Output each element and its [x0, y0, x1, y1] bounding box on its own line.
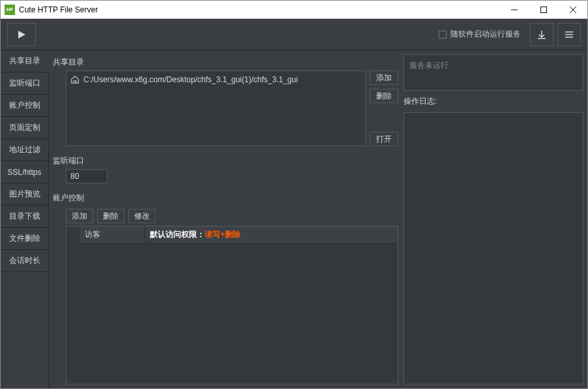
download-button[interactable] — [530, 23, 553, 46]
settings-pane: 共享目录 C:/Users/www.x6g.com/Desktop/chfs_3… — [53, 54, 398, 384]
sidebar-item-listen-port[interactable]: 监听端口 — [1, 72, 49, 95]
account-edit-button[interactable]: 修改 — [128, 209, 156, 223]
shared-dir-list[interactable]: C:/Users/www.x6g.com/Desktop/chfs_3.1_gu… — [66, 70, 366, 146]
menu-button[interactable] — [557, 23, 581, 46]
port-title: 监听端口 — [53, 155, 398, 166]
sidebar-item-dir-download[interactable]: 目录下载 — [1, 206, 49, 228]
shared-add-button[interactable]: 添加 — [370, 70, 398, 85]
right-pane: 服务未运行 操作日志: — [404, 54, 583, 384]
sidebar-item-file-delete[interactable]: 文件删除 — [1, 228, 49, 250]
minimize-button[interactable] — [499, 1, 529, 19]
perm-label: 默认访问权限： — [150, 230, 205, 239]
log-title: 操作日志: — [404, 96, 583, 107]
account-title: 账户控制 — [53, 193, 398, 204]
sidebar-item-addr-filter[interactable]: 地址过滤 — [1, 139, 49, 161]
account-section: 账户控制 添加 删除 修改 访客 默认访问权限：读写+删除 — [53, 190, 398, 384]
shared-del-button[interactable]: 删除 — [370, 89, 398, 103]
main: 共享目录 监听端口 账户控制 页面定制 地址过滤 SSL/https 图片预览 … — [1, 50, 587, 388]
status-box: 服务未运行 — [404, 54, 583, 91]
shared-section: 共享目录 C:/Users/www.x6g.com/Desktop/chfs_3… — [53, 54, 398, 146]
account-col-perm: 默认访问权限：读写+删除 — [145, 226, 398, 243]
status-text: 服务未运行 — [409, 61, 448, 70]
checkbox-icon — [439, 31, 447, 39]
sidebar-item-account[interactable]: 账户控制 — [1, 95, 49, 117]
shared-dir-item[interactable]: C:/Users/www.x6g.com/Desktop/chfs_3.1_gu… — [69, 74, 362, 86]
account-del-button[interactable]: 删除 — [97, 209, 125, 223]
startup-label: 随软件启动运行服务 — [450, 29, 521, 40]
account-add-button[interactable]: 添加 — [66, 209, 93, 223]
account-table-header: 访客 默认访问权限：读写+删除 — [80, 226, 398, 243]
shared-title: 共享目录 — [53, 57, 398, 68]
startup-checkbox[interactable]: 随软件启动运行服务 — [439, 29, 521, 40]
sidebar-item-image-preview[interactable]: 图片预览 — [1, 183, 49, 206]
maximize-button[interactable] — [529, 1, 558, 19]
shared-dir-path: C:/Users/www.x6g.com/Desktop/chfs_3.1_gu… — [83, 75, 298, 84]
account-col-guest: 访客 — [80, 226, 145, 243]
titlebar: HF Cute HTTP File Server — [1, 1, 587, 19]
sidebar-item-session[interactable]: 会话时长 — [1, 250, 49, 272]
app-icon: HF — [5, 5, 15, 15]
perm-value: 读写+删除 — [205, 230, 241, 239]
port-input[interactable] — [66, 169, 108, 183]
shared-open-button[interactable]: 打开 — [370, 132, 398, 146]
window-title: Cute HTTP File Server — [19, 5, 98, 14]
account-table[interactable]: 访客 默认访问权限：读写+删除 — [66, 226, 398, 384]
home-icon — [70, 75, 80, 84]
sidebar-item-ssl[interactable]: SSL/https — [1, 161, 49, 183]
sidebar-item-page-custom[interactable]: 页面定制 — [1, 117, 49, 139]
content: 共享目录 C:/Users/www.x6g.com/Desktop/chfs_3… — [49, 50, 587, 388]
sidebar: 共享目录 监听端口 账户控制 页面定制 地址过滤 SSL/https 图片预览 … — [1, 50, 49, 388]
start-server-button[interactable] — [7, 23, 36, 46]
log-box[interactable] — [404, 112, 583, 384]
svg-rect-1 — [540, 7, 546, 12]
svg-marker-4 — [18, 31, 25, 39]
toolbar: 随软件启动运行服务 — [1, 19, 587, 50]
port-section: 监听端口 — [53, 153, 398, 183]
close-button[interactable] — [558, 1, 587, 19]
sidebar-item-shared-dir[interactable]: 共享目录 — [1, 50, 49, 72]
